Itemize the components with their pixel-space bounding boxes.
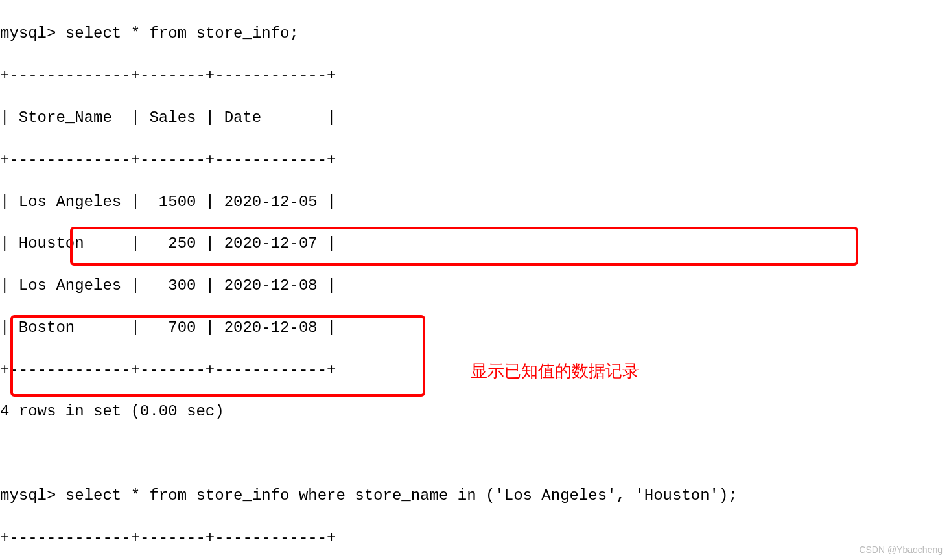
terminal-output: mysql> select * from store_info; +------… (0, 3, 949, 560)
query2-sep-top: +-------------+-------+------------+ (0, 528, 949, 548)
query1-line: mysql> select * from store_info; (0, 23, 949, 44)
mysql-prompt: mysql> (0, 487, 65, 504)
annotation-text: 显示已知值的数据记录 (471, 360, 639, 382)
blank-line (0, 443, 949, 464)
query2-text: select * from store_info where store_nam… (65, 487, 738, 504)
watermark-text: CSDN @Ybaocheng (859, 544, 943, 556)
query1-header: | Store_Name | Sales | Date | (0, 108, 949, 128)
query2-line: mysql> select * from store_info where st… (0, 485, 949, 506)
mysql-prompt: mysql> (0, 25, 65, 42)
query1-row: | Los Angeles | 300 | 2020-12-08 | (0, 275, 949, 296)
query1-row: | Houston | 250 | 2020-12-07 | (0, 233, 949, 254)
query1-row: | Los Angeles | 1500 | 2020-12-05 | (0, 192, 949, 213)
query1-summary: 4 rows in set (0.00 sec) (0, 401, 949, 422)
query1-sep-mid: +-------------+-------+------------+ (0, 150, 949, 170)
query1-row: | Boston | 700 | 2020-12-08 | (0, 318, 949, 338)
query1-sep-top: +-------------+-------+------------+ (0, 65, 949, 86)
query1-text: select * from store_info; (65, 25, 299, 42)
